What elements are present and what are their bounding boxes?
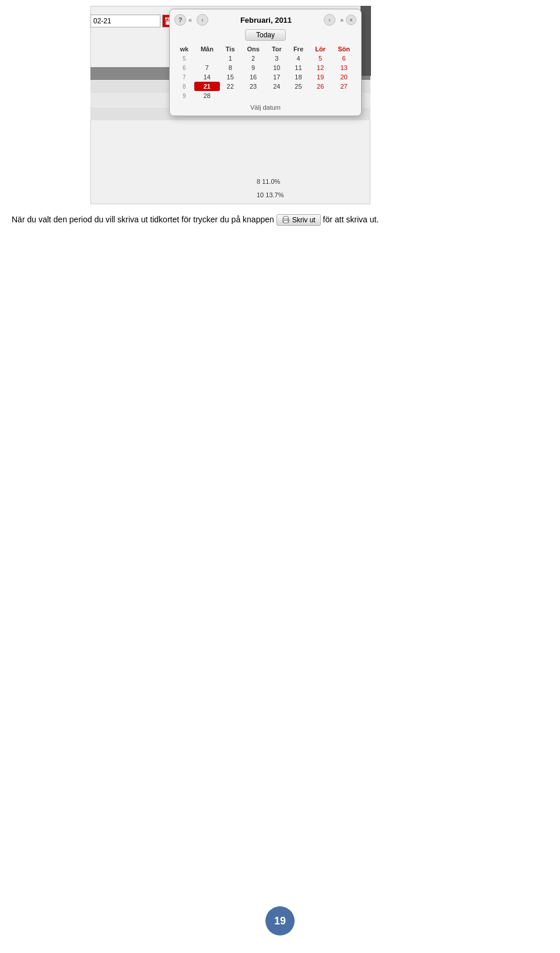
- week-num: 9: [174, 91, 194, 100]
- day-cell[interactable]: [331, 91, 356, 100]
- day-cell[interactable]: [220, 91, 240, 100]
- day-cell[interactable]: 23: [240, 82, 266, 91]
- day-cell[interactable]: 13: [331, 63, 356, 72]
- day-cell[interactable]: 8: [220, 63, 240, 72]
- calendar-title: Februari, 2011: [211, 16, 321, 25]
- day-cell[interactable]: 10: [266, 63, 288, 72]
- cal-prev-year-button[interactable]: «: [186, 16, 194, 23]
- cal-help-button[interactable]: ?: [174, 14, 186, 26]
- day-cell[interactable]: 22: [220, 82, 240, 91]
- day-cell[interactable]: [309, 91, 331, 100]
- week-num: 8: [174, 82, 194, 91]
- day-cell[interactable]: 3: [266, 54, 288, 63]
- day-cell[interactable]: 19: [309, 72, 331, 82]
- pct-text-1: 8 11.0%: [257, 178, 280, 185]
- calendar-footer: Välj datum: [174, 104, 356, 111]
- page-number-circle: 19: [265, 906, 295, 935]
- day-cell[interactable]: [288, 91, 309, 100]
- week-num: 5: [174, 54, 194, 63]
- cal-today-button[interactable]: Today: [245, 29, 286, 41]
- print-button-label: Skriv ut: [292, 216, 316, 224]
- day-cell[interactable]: 25: [288, 82, 309, 91]
- day-cell[interactable]: 11: [288, 63, 309, 72]
- day-cell[interactable]: 14: [194, 72, 220, 82]
- cal-nav-row: « ‹ Februari, 2011 › »: [186, 14, 346, 26]
- col-header-tor: Tor: [266, 44, 288, 54]
- instruction-text-before: När du valt den period du vill skriva ut…: [12, 215, 274, 224]
- col-header-fre: Fre: [288, 44, 309, 54]
- date-input[interactable]: 02-21: [90, 15, 160, 27]
- day-cell[interactable]: 5: [309, 54, 331, 63]
- table-row: 7 14 15 16 17 18 19 20: [174, 72, 356, 82]
- cal-next-month-button[interactable]: ›: [324, 14, 335, 26]
- table-row: 9 28: [174, 91, 356, 100]
- col-header-lor: Lör: [309, 44, 331, 54]
- day-cell[interactable]: 7: [194, 63, 220, 72]
- week-num: 7: [174, 72, 194, 82]
- day-cell[interactable]: 17: [266, 72, 288, 82]
- day-cell[interactable]: 15: [220, 72, 240, 82]
- svg-rect-5: [284, 221, 288, 223]
- day-cell[interactable]: [266, 91, 288, 100]
- svg-point-7: [287, 219, 288, 220]
- print-button[interactable]: Skriv ut: [276, 214, 321, 226]
- day-cell[interactable]: 26: [309, 82, 331, 91]
- page-number-value: 19: [274, 915, 286, 927]
- cal-prev-month-button[interactable]: ‹: [197, 14, 208, 26]
- calendar-popup: ? « ‹ Februari, 2011 › » × Today wk Mån …: [169, 9, 362, 116]
- cal-close-button[interactable]: ×: [346, 15, 356, 25]
- day-cell[interactable]: 12: [309, 63, 331, 72]
- table-row: 8 21 22 23 24 25 26 27: [174, 82, 356, 91]
- week-num: 6: [174, 63, 194, 72]
- day-cell[interactable]: 6: [331, 54, 356, 63]
- col-header-man: Mån: [194, 44, 220, 54]
- instruction-text-after: för att skriva ut.: [323, 215, 379, 224]
- day-cell[interactable]: 4: [288, 54, 309, 63]
- day-cell-selected[interactable]: 21: [194, 82, 220, 91]
- col-header-son: Sön: [331, 44, 356, 54]
- day-cell[interactable]: 18: [288, 72, 309, 82]
- day-cell[interactable]: 27: [331, 82, 356, 91]
- table-row: 5 1 2 3 4 5 6: [174, 54, 356, 63]
- day-cell[interactable]: 2: [240, 54, 266, 63]
- day-cell[interactable]: [194, 54, 220, 63]
- svg-rect-6: [284, 217, 288, 219]
- day-cell[interactable]: [240, 91, 266, 100]
- cal-next-year-button[interactable]: »: [338, 16, 346, 23]
- pct-text-2: 10 13.7%: [257, 191, 284, 198]
- day-cell[interactable]: 1: [220, 54, 240, 63]
- right-bar: [360, 6, 371, 76]
- day-cell[interactable]: 16: [240, 72, 266, 82]
- day-cell[interactable]: 9: [240, 63, 266, 72]
- day-cell[interactable]: 28: [194, 91, 220, 100]
- day-cell[interactable]: 24: [266, 82, 288, 91]
- col-header-ons: Ons: [240, 44, 266, 54]
- day-cell[interactable]: 20: [331, 72, 356, 82]
- table-row: 6 7 8 9 10 11 12 13: [174, 63, 356, 72]
- printer-icon: [282, 216, 290, 224]
- col-header-wk: wk: [174, 44, 194, 54]
- col-header-tis: Tis: [220, 44, 240, 54]
